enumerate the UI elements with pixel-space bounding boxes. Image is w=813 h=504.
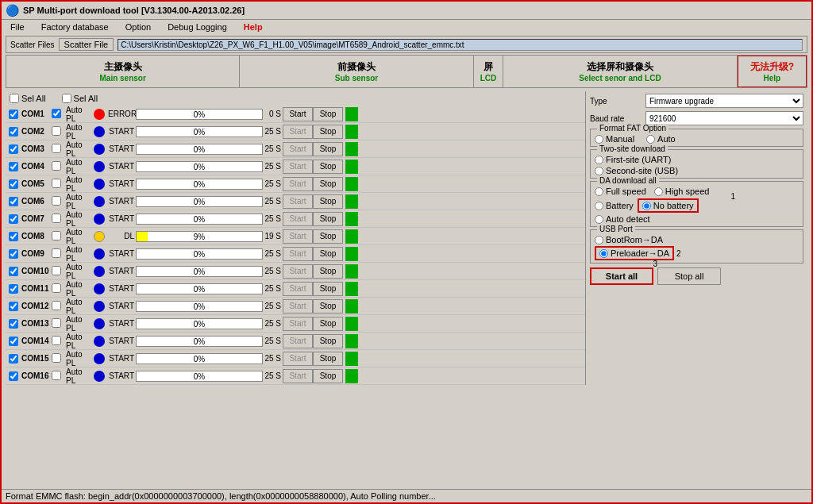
stop-button-com15[interactable]: Stop <box>313 352 343 366</box>
auto-check-com7[interactable] <box>52 214 66 225</box>
auto-check-com15[interactable] <box>52 353 66 364</box>
first-site-option[interactable]: First-site (UART) <box>595 155 799 164</box>
auto-check-com2[interactable] <box>52 126 66 137</box>
stop-button-com11[interactable]: Stop <box>313 282 343 296</box>
battery-radio[interactable] <box>595 202 603 210</box>
second-site-radio[interactable] <box>595 167 603 175</box>
stop-button-com6[interactable]: Stop <box>313 194 343 209</box>
format-auto-option[interactable]: Auto <box>646 134 676 144</box>
full-speed-option[interactable]: Full speed <box>595 187 646 196</box>
menu-factory[interactable]: Factory database <box>39 21 111 33</box>
no-battery-radio[interactable] <box>642 202 651 210</box>
battery-option[interactable]: Battery <box>595 201 634 210</box>
auto-checkbox-com16[interactable] <box>52 371 61 380</box>
start-button-com16[interactable]: Start <box>283 369 313 383</box>
start-button-com15[interactable]: Start <box>283 352 313 366</box>
stop-button-com7[interactable]: Stop <box>313 212 343 226</box>
auto-check-com10[interactable] <box>52 266 66 277</box>
start-button-com14[interactable]: Start <box>283 334 313 348</box>
com-checkbox-com1[interactable] <box>9 110 18 119</box>
com-check-com10[interactable] <box>6 267 21 276</box>
preloader-radio[interactable] <box>599 249 608 258</box>
com-check-com12[interactable] <box>6 302 21 311</box>
menu-option[interactable]: Option <box>123 21 153 33</box>
com-checkbox-com16[interactable] <box>9 371 18 381</box>
auto-check-com16[interactable] <box>52 371 66 382</box>
start-button-com2[interactable]: Start <box>283 125 313 139</box>
auto-checkbox-com9[interactable] <box>52 248 61 258</box>
com-check-com2[interactable] <box>6 127 21 137</box>
auto-check-com14[interactable] <box>52 336 66 347</box>
com-check-com7[interactable] <box>6 214 21 224</box>
com-check-com13[interactable] <box>6 319 21 329</box>
no-battery-option-highlighted[interactable]: No battery <box>638 198 699 213</box>
auto-checkbox-com10[interactable] <box>52 266 61 275</box>
boot-rom-radio[interactable] <box>595 236 603 244</box>
com-checkbox-com9[interactable] <box>9 249 18 259</box>
auto-checkbox-com2[interactable] <box>52 126 61 136</box>
stop-button-com16[interactable]: Stop <box>313 369 343 383</box>
com-checkbox-com7[interactable] <box>9 214 18 224</box>
boot-rom-option[interactable]: BootRom→DA <box>595 235 799 244</box>
start-button-com1[interactable]: Start <box>283 107 313 121</box>
auto-checkbox-com7[interactable] <box>52 214 61 223</box>
stop-button-com10[interactable]: Stop <box>313 264 343 279</box>
auto-check-com4[interactable] <box>52 161 66 172</box>
auto-check-com12[interactable] <box>52 301 66 312</box>
high-speed-option[interactable]: High speed <box>654 187 710 196</box>
com-checkbox-com12[interactable] <box>9 302 18 311</box>
com-checkbox-com6[interactable] <box>9 197 18 206</box>
com-checkbox-com14[interactable] <box>9 337 18 346</box>
start-button-com8[interactable]: Start <box>283 229 313 244</box>
com-check-com3[interactable] <box>6 144 21 154</box>
auto-checkbox-com5[interactable] <box>52 179 61 188</box>
start-button-com13[interactable]: Start <box>283 317 313 331</box>
auto-detect-radio[interactable] <box>595 215 603 224</box>
menu-help[interactable]: Help <box>241 21 265 33</box>
auto-check-com6[interactable] <box>52 196 66 207</box>
com-checkbox-com5[interactable] <box>9 179 18 189</box>
auto-checkbox-com3[interactable] <box>52 144 61 153</box>
sel-all-2[interactable]: Sel All <box>62 94 98 103</box>
start-button-com12[interactable]: Start <box>283 299 313 314</box>
com-check-com1[interactable] <box>6 110 21 119</box>
stop-button-com3[interactable]: Stop <box>313 142 343 156</box>
auto-checkbox-com11[interactable] <box>52 283 61 293</box>
baud-select[interactable]: 921600 <box>645 111 803 125</box>
format-manual-radio[interactable] <box>595 135 603 144</box>
sel-all-checkbox-2[interactable] <box>62 94 71 103</box>
auto-checkbox-com15[interactable] <box>52 353 61 363</box>
stop-button-com9[interactable]: Stop <box>313 247 343 261</box>
auto-check-com5[interactable] <box>52 179 66 190</box>
start-all-button[interactable]: Start all <box>590 267 653 285</box>
format-auto-radio[interactable] <box>646 135 655 144</box>
start-button-com7[interactable]: Start <box>283 212 313 226</box>
second-site-option[interactable]: Second-site (USB) <box>595 166 799 175</box>
start-button-com9[interactable]: Start <box>283 247 313 261</box>
com-check-com16[interactable] <box>6 371 21 381</box>
start-button-com3[interactable]: Start <box>283 142 313 156</box>
auto-checkbox-com13[interactable] <box>52 318 61 328</box>
com-check-com8[interactable] <box>6 232 21 241</box>
menu-file[interactable]: File <box>8 21 27 33</box>
com-check-com14[interactable] <box>6 337 21 346</box>
start-button-com11[interactable]: Start <box>283 282 313 296</box>
auto-check-com8[interactable] <box>52 231 66 242</box>
com-checkbox-com2[interactable] <box>9 127 18 137</box>
stop-button-com13[interactable]: Stop <box>313 317 343 331</box>
auto-detect-option[interactable]: Auto detect <box>595 214 799 224</box>
auto-check-com11[interactable] <box>52 283 66 294</box>
start-button-com5[interactable]: Start <box>283 177 313 191</box>
select-sensor-cell[interactable]: 选择屏和摄像头 Select senor and LCD <box>503 56 737 87</box>
preloader-option-highlighted[interactable]: Preloader→DA <box>595 246 674 260</box>
stop-button-com1[interactable]: Stop <box>313 107 343 121</box>
com-check-com9[interactable] <box>6 249 21 259</box>
type-select[interactable]: Firmware upgrade <box>645 94 803 108</box>
com-check-com11[interactable] <box>6 284 21 294</box>
auto-checkbox-com14[interactable] <box>52 336 61 345</box>
start-button-com4[interactable]: Start <box>283 160 313 174</box>
stop-button-com14[interactable]: Stop <box>313 334 343 348</box>
com-checkbox-com15[interactable] <box>9 354 18 364</box>
com-checkbox-com4[interactable] <box>9 162 18 171</box>
auto-check-com3[interactable] <box>52 144 66 155</box>
